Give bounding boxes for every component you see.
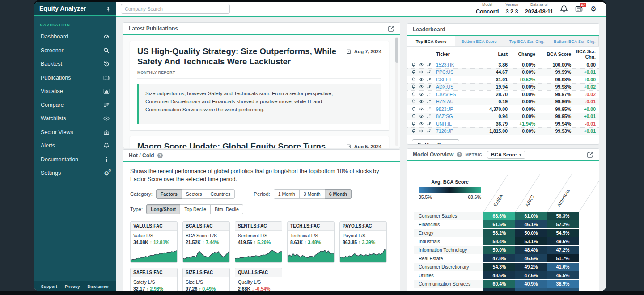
category-option-factors[interactable]: Factors <box>156 189 182 199</box>
sidebar-item-sector-views[interactable]: Sector Views <box>34 126 116 139</box>
sidebar-item-visualise[interactable]: Visualise <box>34 84 116 98</box>
factor-card-safe-ls-fac[interactable]: SAFE.LS:FACSafety L/S32.17 ↑ 2.98% <box>130 268 178 291</box>
sidebar-item-publications[interactable]: Publications <box>34 71 116 85</box>
external-link-icon[interactable] <box>587 152 593 158</box>
bell-icon[interactable] <box>411 84 416 89</box>
bell-icon[interactable] <box>560 5 568 13</box>
eye-icon[interactable] <box>419 114 424 118</box>
eye-icon[interactable] <box>419 99 424 104</box>
footer-link-support[interactable]: Support <box>41 284 57 289</box>
eye-icon[interactable] <box>419 122 424 126</box>
eye-icon[interactable] <box>419 63 424 67</box>
eye-icon[interactable] <box>419 107 424 111</box>
footer-link-privacy[interactable]: Privacy <box>65 284 80 289</box>
ticker-link[interactable]: 1523:HK <box>436 62 475 67</box>
ticker-link[interactable]: 7120:JP <box>436 128 475 134</box>
publications-scrollbar-thumb[interactable] <box>395 38 398 63</box>
bell-icon[interactable] <box>411 129 416 133</box>
ticker-link[interactable]: UNIT:IL <box>436 121 475 126</box>
sidebar-item-label: Compare <box>41 102 64 108</box>
period-option-1-month[interactable]: 1 Month <box>274 189 300 199</box>
view-screen-button[interactable]: View Screen <box>412 139 459 145</box>
category-button-group: FactorsSectorsCountries <box>156 189 235 199</box>
ticker-link[interactable]: HZN:AU <box>436 99 475 104</box>
type-option-top-decile[interactable]: Top Decile <box>180 204 211 214</box>
sort-amount-icon[interactable] <box>427 122 431 126</box>
sort-amount-icon[interactable] <box>427 99 431 104</box>
bell-icon[interactable] <box>411 77 416 82</box>
model-label: Model <box>476 3 499 7</box>
leaderboard-tab-top-bca-score[interactable]: Top BCA Score <box>407 36 455 46</box>
category-option-sectors[interactable]: Sectors <box>182 189 207 199</box>
news-icon[interactable]: 37 <box>575 5 583 13</box>
type-option-btm-decile[interactable]: Btm. Decile <box>210 204 243 214</box>
help-icon[interactable]: ? <box>157 153 163 158</box>
publication-article[interactable]: US High-Quality Strategy: Size Outperfor… <box>130 41 389 131</box>
leaderboard-row: PPC:US44.670.00%99.99%+0.01 <box>407 68 599 76</box>
ticker-link[interactable]: 8AZ:SG <box>436 114 475 119</box>
sidebar-item-settings[interactable]: Settings⚙⚙ <box>34 166 116 180</box>
sort-amount-icon[interactable] <box>427 70 431 74</box>
bell-icon[interactable] <box>411 92 416 97</box>
company-search-input[interactable] <box>121 4 230 14</box>
bell-icon[interactable] <box>411 122 416 126</box>
metric-dropdown[interactable]: BCA Score ▾ <box>487 151 525 159</box>
ticker-link[interactable]: ADX:US <box>436 84 475 89</box>
heatmap-cell: 61.5% <box>483 220 515 228</box>
sort-amount-icon[interactable] <box>427 63 431 67</box>
factor-card-size-ls-fac[interactable]: SIZE.LS:FACSize L/S97.26 ↑ 0.49% <box>182 268 230 291</box>
factor-card-sent-ls-fac[interactable]: SENT.LS:FACSentiment L/S419.56 ↑ 5.20% <box>235 221 282 263</box>
ticker-link[interactable]: 9823:JP <box>436 106 475 112</box>
sidebar-item-alerts[interactable]: Alerts <box>34 139 116 153</box>
sort-amount-icon[interactable] <box>427 92 431 97</box>
eye-icon[interactable] <box>419 77 424 82</box>
external-link-icon[interactable] <box>388 25 394 32</box>
sort-amount-icon[interactable] <box>427 114 431 118</box>
bell-icon[interactable] <box>411 70 416 74</box>
pin-icon[interactable] <box>106 6 111 11</box>
sidebar-item-backtest[interactable]: Backtest <box>34 57 116 71</box>
heatmap-cell: 61.0% <box>515 212 547 220</box>
heatmap-cell: 54.3% <box>483 263 515 271</box>
factor-card-ticker: PAYO.LS:FAC <box>340 222 386 231</box>
sort-amount-icon[interactable] <box>427 107 431 111</box>
sidebar-item-dashboard[interactable]: Dashboard <box>34 30 116 44</box>
type-option-long-short[interactable]: Long/Short <box>146 204 180 214</box>
eye-icon[interactable] <box>419 129 424 133</box>
sidebar-item-screener[interactable]: Screener <box>34 44 116 58</box>
ticker-link[interactable]: PPC:US <box>436 69 475 75</box>
eye-icon[interactable] <box>419 92 424 97</box>
footer-link-disclaimer[interactable]: Disclaimer <box>87 284 109 289</box>
article-title: US High-Quality Strategy: Size Outperfor… <box>137 46 346 67</box>
help-icon[interactable]: ? <box>457 152 462 157</box>
leaderboard-tab-bottom-bca-score[interactable]: Bottom BCA Score <box>455 36 503 46</box>
sidebar-item-compare[interactable]: Compare <box>34 98 116 112</box>
sort-amount-icon[interactable] <box>427 84 431 89</box>
heatmap-cell: 60.4% <box>483 280 515 288</box>
gear-icon[interactable]: ⚙ <box>589 5 597 13</box>
sidebar-item-watchlists[interactable]: Watchlists <box>34 112 116 126</box>
sort-amount-icon[interactable] <box>427 77 431 82</box>
bell-icon[interactable] <box>411 114 416 118</box>
factor-card-valu-ls-fac[interactable]: VALU.LS:FACValue L/S34.08K ↑ 12.81% <box>130 221 178 263</box>
period-option-6-month[interactable]: 6 Month <box>325 189 352 199</box>
bell-icon[interactable] <box>411 63 416 67</box>
category-option-countries[interactable]: Countries <box>206 189 235 199</box>
bell-icon[interactable] <box>411 99 416 104</box>
bell-icon[interactable] <box>411 107 416 111</box>
period-option-3-month[interactable]: 3 Month <box>299 189 325 199</box>
factor-card-payo-ls-fac[interactable]: PAYO.LS:FACPayout L/S863.85 ↑ 3.39% <box>339 221 387 263</box>
eye-icon[interactable] <box>419 70 424 74</box>
sidebar-item-documentation[interactable]: Documentation <box>34 153 116 167</box>
factor-change-pct: ↑ 0.49% <box>197 286 216 291</box>
factor-card-tech-ls-fac[interactable]: TECH.LS:FACTechnical L/S8.63K ↑ 3.48% <box>287 221 335 263</box>
leaderboard-tab-bottom-bca-scr-chg-[interactable]: Bottom BCA Scr. Chg. <box>551 36 599 46</box>
eye-icon[interactable] <box>419 84 424 89</box>
publication-article[interactable]: Macro Score Update: Global Equity Score … <box>130 136 389 148</box>
factor-card-bca-ls-fac[interactable]: BCA.LS:FACBCA Score L/S21.52K ↑ 7.44% <box>182 221 230 263</box>
ticker-link[interactable]: CBAV:ES <box>436 92 475 97</box>
ticker-link[interactable]: GSFI:IL <box>436 77 475 82</box>
sort-amount-icon[interactable] <box>427 129 431 133</box>
leaderboard-tab-top-bca-scr-chg-[interactable]: Top BCA Scr. Chg. <box>503 36 551 46</box>
factor-card-qual-ls-fac[interactable]: QUAL.LS:FACQuality L/S2.68K ↓ -0.54% <box>235 268 282 291</box>
